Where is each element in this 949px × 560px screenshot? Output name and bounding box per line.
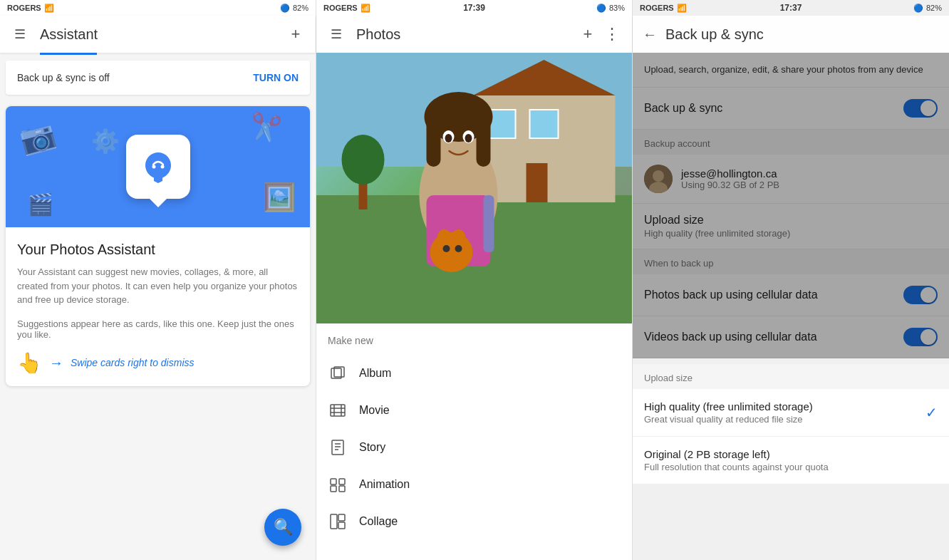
svg-point-1: [160, 165, 164, 169]
backup-account-header: Backup account: [633, 130, 949, 155]
backup-description: Upload, search, organize, edit, & share …: [644, 64, 923, 75]
menu-icon-2[interactable]: ☰: [326, 24, 346, 44]
status-left-1: ROGERS 📶: [7, 4, 54, 13]
album-icon: [328, 363, 348, 383]
photos-cellular-toggle[interactable]: [903, 286, 938, 304]
camera-icon: 📷: [16, 116, 59, 157]
back-icon[interactable]: ←: [643, 26, 657, 43]
wifi-icon-2: 📶: [361, 4, 370, 13]
original-option[interactable]: Original (2 PB storage left) Full resolu…: [633, 437, 949, 484]
svg-rect-8: [527, 163, 548, 202]
videos-cellular-label: Videos back up using cellular data: [644, 331, 817, 343]
svg-point-18: [445, 134, 452, 142]
menu-icon-1[interactable]: ☰: [10, 24, 30, 44]
photo-main: [316, 53, 632, 323]
make-new-title: Make new: [328, 335, 621, 346]
videos-cellular-row: Videos back up using cellular data: [633, 316, 949, 358]
animation-menu-item[interactable]: Animation: [328, 466, 621, 503]
make-new-section: Make new Album Movie Story Animation: [316, 323, 632, 551]
collage-menu-item[interactable]: Collage: [328, 503, 621, 540]
svg-rect-38: [331, 479, 336, 484]
backup-notice-text: Back up & sync is off: [17, 72, 110, 83]
status-right-1: 🔵 82%: [280, 4, 308, 13]
high-quality-text: High quality (free unlimited storage) Gr…: [644, 400, 813, 425]
story-icon: [328, 437, 348, 457]
backup-description-section: Upload, search, organize, edit, & share …: [633, 53, 949, 88]
when-backup-header: When to back up: [633, 249, 949, 274]
svg-rect-29: [331, 405, 345, 416]
photos-cellular-label: Photos back up using cellular data: [644, 289, 818, 301]
add-icon-1[interactable]: +: [286, 24, 306, 44]
time-2: 17:39: [463, 3, 485, 13]
backup-title: Back up & sync: [665, 26, 939, 43]
status-bar-3: ROGERS 📶 17:37 🔵 82%: [633, 0, 949, 16]
svg-point-25: [455, 245, 462, 252]
settings-top-section: Upload, search, organize, edit, & share …: [633, 53, 949, 358]
movie-label: Movie: [359, 404, 390, 417]
photo-svg: [316, 53, 632, 323]
bubble-tail: [148, 197, 168, 207]
account-row[interactable]: jesse@hollington.ca Using 90.32 GB of 2 …: [633, 155, 949, 204]
search-fab[interactable]: 🔍: [264, 509, 301, 546]
svg-point-22: [437, 229, 452, 247]
account-storage: Using 90.32 GB of 2 PB: [681, 180, 938, 190]
svg-rect-15: [477, 117, 491, 167]
swipe-text: Swipe cards right to dismiss: [71, 357, 195, 368]
gear-icon-deco: ⚙️: [91, 128, 120, 155]
svg-rect-26: [484, 195, 494, 252]
high-quality-sub: Great visual quality at reduced file siz…: [644, 414, 813, 425]
svg-rect-41: [339, 486, 345, 492]
film-icon-deco: 🎬: [27, 192, 53, 217]
animation-icon: [328, 475, 348, 494]
svg-point-46: [653, 170, 664, 182]
photos-cellular-thumb: [921, 287, 936, 303]
assistant-title: Assistant: [40, 26, 286, 43]
backup-sync-toggle[interactable]: [903, 99, 938, 118]
avatar-image: [644, 165, 673, 193]
account-avatar: [644, 165, 673, 193]
account-email: jesse@hollington.ca: [681, 167, 938, 180]
toolbar-underline-1: [40, 53, 97, 55]
album-menu-item[interactable]: Album: [328, 355, 621, 392]
upload-size-bottom-header: Upload size: [633, 364, 949, 389]
backup-notice: Back up & sync is off TURN ON: [6, 61, 310, 95]
svg-rect-39: [339, 479, 345, 484]
backup-sync-thumb: [921, 100, 936, 116]
account-info: jesse@hollington.ca Using 90.32 GB of 2 …: [681, 167, 938, 190]
photos-toolbar: ☰ Photos + ⋮: [316, 16, 632, 53]
svg-point-24: [443, 245, 450, 252]
photos-cellular-row: Photos back up using cellular data: [633, 274, 949, 316]
battery-3: 82%: [926, 4, 942, 12]
battery-2: 83%: [609, 4, 625, 12]
svg-point-23: [452, 229, 466, 247]
turn-on-button[interactable]: TURN ON: [253, 72, 299, 83]
high-quality-option[interactable]: High quality (free unlimited storage) Gr…: [633, 389, 949, 437]
high-quality-title: High quality (free unlimited storage): [644, 400, 813, 413]
status-bar-2: ROGERS 📶 17:39 🔵 83%: [316, 0, 632, 16]
card-hint: Suggestions appear here as cards, like t…: [17, 318, 299, 340]
collage-icon: [328, 512, 348, 532]
carrier-1: ROGERS: [7, 4, 41, 12]
movie-icon: [328, 400, 348, 420]
assistant-card: 📷 ✂️ 🖼️ ⚙️ 🎬 Your Phot: [6, 106, 310, 386]
videos-cellular-thumb: [921, 329, 936, 345]
card-description: Your Assistant can suggest new movies, c…: [17, 265, 299, 307]
add-icon-2[interactable]: +: [578, 24, 598, 44]
arrow-right-icon: →: [49, 355, 63, 371]
star-badge: [126, 135, 190, 199]
upload-size-row: Upload size High quality (free unlimited…: [633, 204, 949, 249]
swipe-hint: 👆 → Swipe cards right to dismiss: [17, 351, 299, 375]
story-menu-item[interactable]: Story: [328, 429, 621, 466]
hand-icon: 👆: [17, 351, 42, 375]
movie-menu-item[interactable]: Movie: [328, 392, 621, 429]
videos-cellular-toggle[interactable]: [903, 328, 938, 346]
search-icon: 🔍: [274, 518, 293, 536]
more-icon-2[interactable]: ⋮: [602, 24, 622, 44]
assistant-toolbar: ☰ Assistant +: [0, 16, 316, 53]
check-icon: ✓: [925, 404, 938, 421]
story-label: Story: [359, 441, 385, 454]
status-left-2: ROGERS 📶: [323, 4, 370, 13]
photos-title: Photos: [356, 26, 578, 43]
svg-rect-40: [331, 486, 336, 492]
backup-sync-row: Back up & sync: [633, 88, 949, 130]
